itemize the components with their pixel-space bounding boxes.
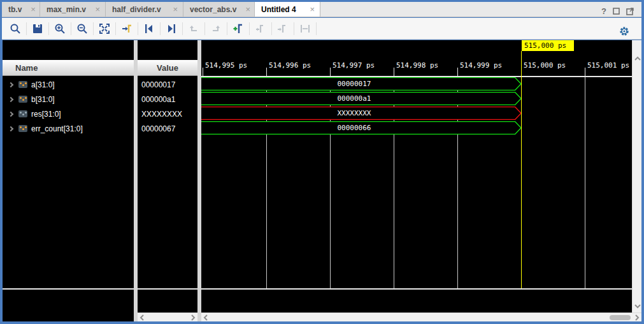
axis-tick: [394, 68, 394, 76]
find-button[interactable]: [7, 20, 24, 37]
expand-chevron-icon[interactable]: [8, 111, 13, 116]
bus-signal-icon: [18, 96, 27, 103]
bus-signal-icon: [18, 125, 27, 132]
signal-row-err-count[interactable]: err_count[31:0]: [3, 121, 134, 136]
scroll-down-icon[interactable]: [634, 304, 641, 309]
time-cursor-label[interactable]: 515,000 ps: [522, 40, 574, 51]
tab-label: half_divider.v: [112, 5, 161, 14]
tab-label: vector_abs.v: [190, 5, 236, 14]
redo-zoom-icon: [210, 23, 222, 34]
tab-bar: tb.v × max_min.v × half_divider.v × vect…: [2, 2, 641, 17]
wave-canvas[interactable]: 514,995 ps 514,996 ps 514,997 ps 514,998…: [201, 40, 632, 313]
scroll-left-icon[interactable]: [203, 314, 208, 321]
scroll-right-icon[interactable]: [634, 314, 640, 321]
zoom-fit-button[interactable]: [96, 20, 113, 37]
wave-horizontal-scrollbar[interactable]: [201, 313, 641, 321]
signal-value-panel: Value 00000017 000000a1 XXXXXXXX 0000006…: [138, 40, 197, 321]
tab-tb-v[interactable]: tb.v ×: [2, 2, 40, 17]
tab-close-icon[interactable]: ×: [95, 4, 100, 14]
name-column-header[interactable]: Name: [3, 60, 134, 76]
add-marker-icon: [233, 23, 244, 34]
next-transition-button[interactable]: [163, 20, 180, 37]
tab-untitled-4[interactable]: Untitled 4 ×: [255, 2, 320, 17]
signal-name: res[31:0]: [31, 110, 61, 119]
scroll-right-icon[interactable]: [190, 314, 196, 321]
scroll-left-icon[interactable]: [140, 314, 145, 321]
wave-bus-res: XXXXXXXX: [201, 107, 522, 120]
redo-zoom-button[interactable]: [208, 20, 224, 37]
help-icon[interactable]: ?: [601, 6, 606, 16]
go-to-cursor-icon: [121, 23, 132, 34]
previous-transition-button[interactable]: [141, 20, 157, 37]
wave-main-area: Name a[31:0] b[31:0] res[31:0] err_count: [3, 40, 641, 321]
maximize-icon[interactable]: [613, 8, 620, 15]
signal-row-res[interactable]: res[31:0]: [3, 107, 134, 121]
signal-name: err_count[31:0]: [31, 124, 83, 133]
tab-close-icon[interactable]: ×: [310, 4, 315, 14]
tab-label: tb.v: [8, 5, 22, 14]
next-marker-icon: [277, 23, 289, 34]
bus-signal-icon: [18, 81, 27, 88]
settings-button[interactable]: [616, 23, 633, 40]
axis-tick-label: 514,996 ps: [269, 61, 311, 70]
axis-tick-label: 515,001 ps: [587, 61, 629, 70]
gridline: [585, 77, 585, 288]
undo-zoom-button[interactable]: [185, 20, 202, 37]
axis-tick-label: 515,000 ps: [524, 61, 566, 70]
gear-icon: [619, 26, 630, 37]
save-wave-config-button[interactable]: [29, 20, 46, 37]
add-marker-button[interactable]: [230, 20, 247, 37]
float-icon[interactable]: [626, 8, 634, 15]
tab-vector-abs-v[interactable]: vector_abs.v ×: [183, 2, 255, 17]
vertical-scrollbar[interactable]: [632, 40, 641, 313]
tab-close-icon[interactable]: ×: [31, 4, 36, 14]
bus-signal-icon: [18, 110, 27, 117]
tab-label: Untitled 4: [261, 5, 296, 14]
swap-cursors-button[interactable]: [297, 20, 313, 37]
wave-bus-value: 000000a1: [201, 92, 507, 105]
previous-marker-icon: [255, 23, 266, 34]
waveform-window: tb.v × max_min.v × half_divider.v × vect…: [0, 0, 644, 324]
wave-bus-value: XXXXXXXX: [201, 107, 507, 120]
value-horizontal-scrollbar[interactable]: [138, 313, 197, 321]
search-icon: [10, 23, 21, 34]
zoom-out-button[interactable]: [74, 20, 90, 37]
go-to-time-button[interactable]: [118, 20, 135, 37]
value-column-header[interactable]: Value: [138, 60, 197, 76]
tab-close-icon[interactable]: ×: [173, 4, 178, 14]
axis-tick-label: 514,998 ps: [396, 61, 438, 70]
next-transition-icon: [166, 23, 177, 34]
signal-row-b[interactable]: b[31:0]: [3, 92, 134, 107]
expand-chevron-icon[interactable]: [8, 126, 13, 131]
signal-name: b[31:0]: [31, 95, 55, 104]
scrollbar-thumb[interactable]: [610, 315, 631, 320]
scroll-up-icon[interactable]: [634, 56, 641, 61]
axis-tick: [266, 68, 267, 76]
axis-tick: [457, 68, 458, 76]
tab-max-min-v[interactable]: max_min.v ×: [40, 2, 106, 17]
axis-tick: [330, 68, 331, 76]
signal-row-a[interactable]: a[31:0]: [3, 77, 134, 92]
time-cursor-line[interactable]: [521, 51, 522, 288]
signal-value: 000000a1: [141, 92, 175, 107]
zoom-in-button[interactable]: [52, 20, 68, 37]
expand-chevron-icon[interactable]: [8, 82, 13, 87]
zoom-out-icon: [76, 23, 88, 34]
swap-cursors-icon: [299, 23, 311, 34]
next-marker-button[interactable]: [275, 20, 291, 37]
previous-marker-button[interactable]: [252, 20, 269, 37]
signal-value: 00000017: [141, 77, 175, 92]
signal-name: a[31:0]: [31, 80, 55, 89]
panel-bottom-separator: [138, 288, 197, 290]
axis-tick: [203, 68, 203, 76]
axis-tick-label: 514,995 ps: [205, 61, 247, 70]
axis-tick-label: 514,997 ps: [333, 61, 375, 70]
tab-close-icon[interactable]: ×: [245, 4, 250, 14]
save-icon: [32, 23, 43, 34]
tab-half-divider-v[interactable]: half_divider.v ×: [106, 2, 183, 17]
signal-name-panel: Name a[31:0] b[31:0] res[31:0] err_count: [3, 40, 134, 321]
expand-chevron-icon[interactable]: [8, 96, 13, 101]
window-controls: ?: [601, 6, 634, 16]
zoom-in-icon: [54, 23, 66, 34]
tab-label: max_min.v: [47, 5, 86, 14]
